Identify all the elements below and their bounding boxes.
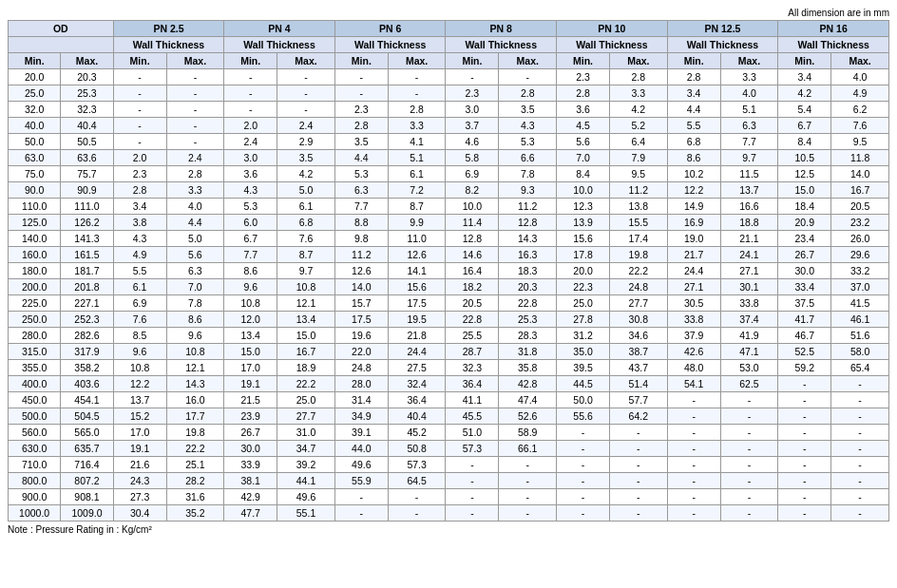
pn-val: - xyxy=(388,505,446,522)
pn-val: - xyxy=(667,505,720,522)
pn-val: - xyxy=(720,489,778,505)
pn-val: - xyxy=(446,69,499,85)
pn-val: 34.9 xyxy=(334,408,388,425)
pn-val: 31.6 xyxy=(166,489,224,505)
pn-val: 4.9 xyxy=(113,247,166,263)
pn-val: - xyxy=(778,425,831,441)
pn-val: 4.4 xyxy=(166,215,224,231)
table-row: 560.0565.017.019.826.731.039.145.251.058… xyxy=(9,425,889,441)
pn-val: - xyxy=(720,408,778,425)
pn-val: 23.2 xyxy=(831,215,889,231)
pn-val: 30.0 xyxy=(778,263,831,279)
pn-val: 21.7 xyxy=(667,247,720,263)
pn-val: - xyxy=(831,457,889,473)
pn-val: 10.2 xyxy=(667,166,720,182)
pn-val: - xyxy=(831,505,889,522)
table-row: 250.0252.37.68.612.013.417.519.522.825.3… xyxy=(9,312,889,328)
pn-val: - xyxy=(610,489,668,505)
pn-val: 16.3 xyxy=(499,247,557,263)
pn-val: 2.0 xyxy=(113,150,166,166)
pn-val: 17.4 xyxy=(610,231,668,247)
pn-val: - xyxy=(778,489,831,505)
pn-val: 28.3 xyxy=(499,328,557,344)
pn-val: 11.0 xyxy=(388,231,446,247)
od-min-val: 32.0 xyxy=(9,102,61,118)
pn-val: - xyxy=(667,489,720,505)
pn-val: 49.6 xyxy=(334,457,388,473)
pn-val: 57.7 xyxy=(610,392,668,408)
pn-val: 42.8 xyxy=(499,376,557,392)
pn-val: - xyxy=(610,457,668,473)
pn-val: - xyxy=(557,505,610,522)
od-max-val: 565.0 xyxy=(61,425,113,441)
pn-val: 16.0 xyxy=(166,392,224,408)
pn-val: 31.8 xyxy=(499,344,557,360)
pn-val: 53.0 xyxy=(720,360,778,376)
pn-val: 32.3 xyxy=(446,360,499,376)
od-min-val: 500.0 xyxy=(9,408,61,425)
pn-val: 8.7 xyxy=(277,247,335,263)
od-max-val: 282.6 xyxy=(61,328,113,344)
pn-val: 20.3 xyxy=(499,279,557,295)
pn-val: - xyxy=(113,85,166,102)
pn-val: 24.4 xyxy=(388,344,446,360)
table-row: 1000.01009.030.435.247.755.1---------- xyxy=(9,505,889,522)
pn-val: - xyxy=(277,69,335,85)
pn4-header: PN 4 xyxy=(224,21,335,37)
pn-val: - xyxy=(224,85,277,102)
pn-val: 59.2 xyxy=(778,360,831,376)
pn-val: 3.6 xyxy=(224,166,277,182)
pn16-header: PN 16 xyxy=(778,21,889,37)
thickness-table: OD PN 2.5 PN 4 PN 6 PN 8 PN 10 PN 12.5 P… xyxy=(8,20,889,522)
pn-val: 39.2 xyxy=(277,457,335,473)
od-min-val: 63.0 xyxy=(9,150,61,166)
od-min-val: 710.0 xyxy=(9,457,61,473)
pn-val: 44.5 xyxy=(557,376,610,392)
od-min-val: 800.0 xyxy=(9,473,61,489)
pn-val: 22.2 xyxy=(610,263,668,279)
pn-val: 46.1 xyxy=(831,312,889,328)
pn-val: 35.8 xyxy=(499,360,557,376)
table-row: 25.025.3------2.32.82.83.33.44.04.24.9 xyxy=(9,85,889,102)
pn-val: 54.1 xyxy=(667,376,720,392)
pn-val: 6.8 xyxy=(277,215,335,231)
pn-val: - xyxy=(667,473,720,489)
pn-val: 25.5 xyxy=(446,328,499,344)
pn-val: - xyxy=(499,457,557,473)
pn-val: 6.0 xyxy=(224,215,277,231)
pn-val: - xyxy=(831,441,889,457)
pn-val: 6.1 xyxy=(113,279,166,295)
table-row: 20.020.3--------2.32.82.83.33.44.0 xyxy=(9,69,889,85)
pn-val: 3.0 xyxy=(224,150,277,166)
od-min-val: 160.0 xyxy=(9,247,61,263)
pn-val: - xyxy=(667,441,720,457)
pn-val: 7.8 xyxy=(166,295,224,312)
pn-val: 47.1 xyxy=(720,344,778,360)
pn-val: 35.0 xyxy=(557,344,610,360)
pn-val: 51.0 xyxy=(446,425,499,441)
pn-val: 21.6 xyxy=(113,457,166,473)
pn-val: 8.6 xyxy=(166,312,224,328)
pn-val: 11.2 xyxy=(610,182,668,199)
pn-val: 3.3 xyxy=(720,69,778,85)
table-row: 500.0504.515.217.723.927.734.940.445.552… xyxy=(9,408,889,425)
od-max-val: 75.7 xyxy=(61,166,113,182)
table-row: 75.075.72.32.83.64.25.36.16.97.88.49.510… xyxy=(9,166,889,182)
pn-val: 8.6 xyxy=(667,150,720,166)
pn-val: - xyxy=(166,85,224,102)
pn-val: 22.2 xyxy=(277,376,335,392)
pn-val: 11.5 xyxy=(720,166,778,182)
pn-val: - xyxy=(446,505,499,522)
pn-val: 24.8 xyxy=(610,279,668,295)
pn-val: 8.4 xyxy=(557,166,610,182)
pn-val: - xyxy=(720,457,778,473)
pn-val: 7.2 xyxy=(388,182,446,199)
od-max-val: 50.5 xyxy=(61,134,113,150)
pn-val: 7.9 xyxy=(610,150,668,166)
pn-val: 62.5 xyxy=(720,376,778,392)
wt-pn6: Wall Thickness xyxy=(334,37,446,53)
pn-val: 3.0 xyxy=(446,102,499,118)
max-label: Max. xyxy=(610,53,668,69)
pn-val: 16.7 xyxy=(831,182,889,199)
table-row: 200.0201.86.17.09.610.814.015.618.220.32… xyxy=(9,279,889,295)
